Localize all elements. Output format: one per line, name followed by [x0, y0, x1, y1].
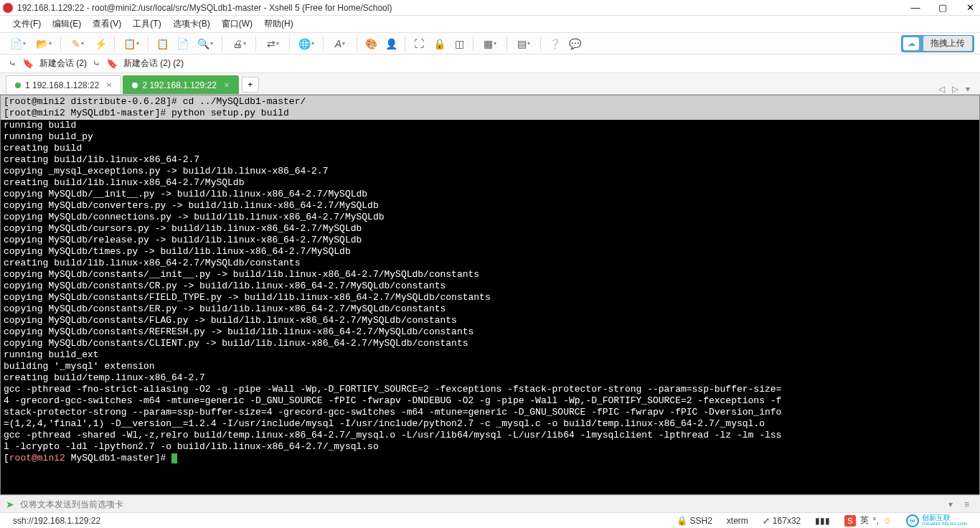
tab-menu-icon[interactable]: ▾ [966, 84, 970, 94]
toolbar-separator [60, 37, 61, 51]
toolbar-separator [473, 37, 473, 51]
session-link-2[interactable]: 新建会话 (2) (2) [123, 57, 184, 70]
ime-lang[interactable]: 英 [860, 514, 869, 527]
tab-nav: ◁ ▷ ▾ [938, 84, 974, 94]
status-ssh: 🔒SSH2 [669, 516, 720, 526]
ime-punct[interactable]: °, [873, 516, 879, 526]
status-scroll: ▮▮▮ [808, 516, 837, 526]
history-icon[interactable]: ≡ [964, 499, 974, 509]
tab-close-icon[interactable]: ✕ [106, 81, 112, 89]
toolbar-separator [255, 37, 256, 51]
upload-button[interactable]: ☁ 拖拽上传 [901, 35, 974, 52]
forward-icon[interactable]: ⤷ [93, 58, 100, 69]
layout-icon[interactable]: ▦▾ [478, 35, 502, 52]
bookmark-icon[interactable]: 🔖 [106, 58, 118, 69]
toolbar-separator [289, 37, 290, 51]
brand-circle-icon: ∞ [906, 514, 919, 527]
tab-label: 1 192.168.1.128:22 [25, 80, 99, 90]
toolbar-separator [357, 37, 357, 51]
status-connection: ssh://192.168.1.129:22 [6, 516, 669, 526]
command-input[interactable] [20, 499, 943, 509]
titlebar: 192.168.1.129:22 - root@mini2:/usr/local… [0, 0, 980, 16]
status-dot-icon [15, 82, 21, 88]
menu-tab[interactable]: 选项卡(B) [169, 16, 215, 32]
brand-en: CHUANG XIN HU LIAN [922, 521, 967, 527]
find-icon[interactable]: 🔍▾ [193, 35, 217, 52]
send-icon[interactable]: ➤ [6, 499, 14, 510]
fullscreen-icon[interactable]: ⛶ [410, 35, 428, 52]
disconnect-icon[interactable]: ⚡ [91, 35, 110, 52]
ime-icon[interactable]: S [844, 515, 855, 527]
help-icon[interactable]: ❔ [545, 35, 564, 52]
color-icon[interactable]: 🎨 [362, 35, 380, 52]
tab-label: 2 192.168.1.129:22 [142, 80, 216, 90]
terminal-header: [root@mini2 distribute-0.6.28]# cd ../My… [1, 95, 979, 120]
tab-close-icon[interactable]: ✕ [224, 81, 230, 89]
toolbar-separator [540, 37, 541, 51]
toolbar-separator [148, 37, 149, 51]
toolbar-separator [323, 37, 324, 51]
transparent-icon[interactable]: ◫ [450, 35, 468, 52]
paste-icon[interactable]: 📄 [173, 35, 192, 52]
ime-emoji-icon[interactable]: ☺ [883, 516, 892, 526]
tab-session-2[interactable]: 2 192.168.1.129:22 ✕ [123, 75, 238, 94]
upload-label: 拖拽上传 [923, 36, 972, 51]
print-icon[interactable]: 🖨▾ [227, 35, 251, 52]
properties-icon[interactable]: 📋▾ [119, 35, 143, 52]
app-icon [3, 3, 13, 13]
menu-tools[interactable]: 工具(T) [128, 16, 165, 32]
status-term: xterm [720, 516, 755, 526]
terminal[interactable]: [root@mini2 distribute-0.6.28]# cd ../My… [0, 95, 980, 495]
target-dropdown-icon[interactable]: ▾ [948, 499, 958, 509]
font-icon[interactable]: A▾ [328, 35, 352, 52]
menubar: 文件(F) 编辑(E) 查看(V) 工具(T) 选项卡(B) 窗口(W) 帮助(… [0, 16, 980, 33]
inputbar: ➤ ▾ ≡ [0, 495, 980, 512]
user-icon[interactable]: 👤 [382, 35, 400, 52]
globe-icon[interactable]: 🌐▾ [294, 35, 319, 52]
window-title: 192.168.1.129:22 - root@mini2:/usr/local… [17, 3, 908, 13]
open-icon[interactable]: 📂▾ [32, 35, 56, 52]
tab-prev-icon[interactable]: ◁ [938, 84, 945, 94]
toolbar-separator [507, 37, 507, 51]
bookmark-icon[interactable]: 🔖 [22, 58, 34, 69]
forward-icon[interactable]: ⤷ [9, 58, 17, 69]
toolbar: 📄▾ 📂▾ ✎▾ ⚡ 📋▾ 📋 📄 🔍▾ 🖨▾ ⇄▾ 🌐▾ A▾ 🎨 👤 ⛶ 🔒… [0, 33, 980, 55]
size-icon: ⤢ [763, 516, 770, 526]
minimize-button[interactable]: — [908, 2, 923, 13]
tab-add-button[interactable]: + [242, 77, 259, 93]
tab-session-1[interactable]: 1 192.168.1.128:22 ✕ [6, 75, 121, 94]
maximize-button[interactable]: ▢ [936, 2, 950, 13]
session-link-1[interactable]: 新建会话 (2) [39, 57, 87, 70]
status-size: ⤢167x32 [755, 516, 808, 526]
terminal-output: running build running build_py creating … [1, 120, 979, 494]
reconnect-icon[interactable]: ✎▾ [65, 35, 90, 52]
status-dot-icon [132, 82, 138, 88]
menu-file[interactable]: 文件(F) [9, 16, 45, 32]
tile-icon[interactable]: ▤▾ [512, 35, 536, 52]
ime-area: S 英 °, ☺ [837, 514, 899, 527]
lock-icon[interactable]: 🔒 [430, 35, 448, 52]
statusbar: ssh://192.168.1.129:22 🔒SSH2 xterm ⤢167x… [0, 512, 980, 528]
about-icon[interactable]: 💬 [565, 35, 584, 52]
copy-icon[interactable]: 📋 [153, 35, 171, 52]
toolbar-separator [222, 37, 222, 51]
toolbar-separator [405, 37, 405, 51]
new-session-icon[interactable]: 📄▾ [6, 35, 30, 52]
brand-logo: ∞ 创新互联 CHUANG XIN HU LIAN [899, 514, 974, 527]
transfer-icon[interactable]: ⇄▾ [260, 35, 285, 52]
lock-icon: 🔒 [677, 516, 687, 526]
tabbar: 1 192.168.1.128:22 ✕ 2 192.168.1.129:22 … [0, 73, 980, 95]
menu-view[interactable]: 查看(V) [88, 16, 126, 32]
sessionbar: ⤷ 🔖 新建会话 (2) ⤷ 🔖 新建会话 (2) (2) [0, 55, 980, 73]
menu-edit[interactable]: 编辑(E) [48, 16, 85, 32]
close-button[interactable]: ✕ [963, 2, 977, 13]
tab-next-icon[interactable]: ▷ [952, 84, 958, 94]
toolbar-separator [114, 37, 115, 51]
brand-cn: 创新互联 [922, 514, 967, 521]
menu-help[interactable]: 帮助(H) [260, 16, 298, 32]
cloud-icon: ☁ [903, 37, 919, 50]
menu-window[interactable]: 窗口(W) [217, 16, 257, 32]
